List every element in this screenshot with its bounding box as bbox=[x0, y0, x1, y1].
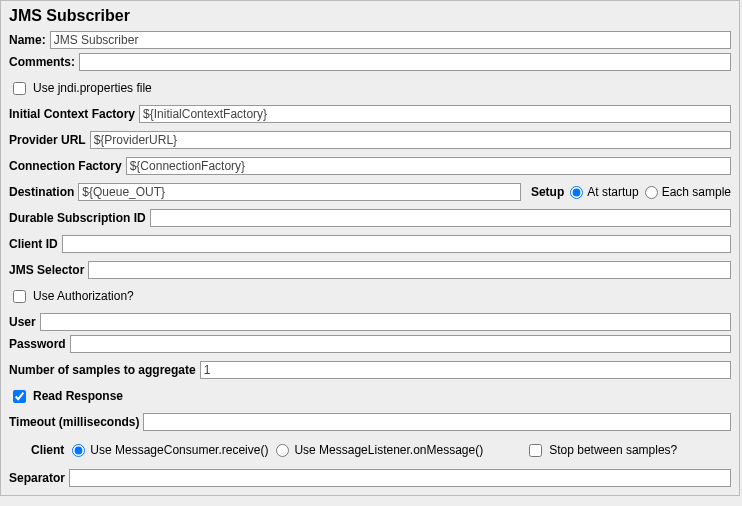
num-samples-input[interactable] bbox=[200, 361, 731, 379]
user-input[interactable] bbox=[40, 313, 731, 331]
connection-factory-row: Connection Factory bbox=[1, 155, 739, 177]
use-jndi-row: Use jndi.properties file bbox=[1, 77, 739, 99]
stop-between-label[interactable]: Stop between samples? bbox=[549, 443, 677, 457]
separator-row: Separator bbox=[1, 467, 739, 495]
client-receive-radio[interactable] bbox=[72, 444, 85, 457]
destination-label: Destination bbox=[9, 185, 74, 199]
client-receive-option[interactable]: Use MessageConsumer.receive() bbox=[70, 443, 268, 457]
setup-at-startup-option[interactable]: At startup bbox=[568, 185, 638, 199]
name-row: Name: bbox=[1, 29, 739, 51]
setup-each-sample-label: Each sample bbox=[662, 185, 731, 199]
initial-context-factory-input[interactable] bbox=[139, 105, 731, 123]
timeout-label: Timeout (milliseconds) bbox=[9, 415, 139, 429]
setup-at-startup-label: At startup bbox=[587, 185, 638, 199]
client-id-label: Client ID bbox=[9, 237, 58, 251]
use-authorization-label[interactable]: Use Authorization? bbox=[33, 289, 134, 303]
timeout-input[interactable] bbox=[143, 413, 731, 431]
initial-context-factory-label: Initial Context Factory bbox=[9, 107, 135, 121]
destination-input[interactable] bbox=[78, 183, 521, 201]
read-response-row: Read Response bbox=[1, 385, 739, 407]
client-receive-label: Use MessageConsumer.receive() bbox=[90, 443, 268, 457]
separator-label: Separator bbox=[9, 471, 65, 485]
connection-factory-input[interactable] bbox=[126, 157, 731, 175]
separator-input[interactable] bbox=[69, 469, 731, 487]
client-onmessage-radio[interactable] bbox=[276, 444, 289, 457]
num-samples-label: Number of samples to aggregate bbox=[9, 363, 196, 377]
password-label: Password bbox=[9, 337, 66, 351]
stop-between-checkbox[interactable] bbox=[529, 444, 542, 457]
client-id-row: Client ID bbox=[1, 233, 739, 255]
name-label: Name: bbox=[9, 33, 46, 47]
use-authorization-checkbox[interactable] bbox=[13, 290, 26, 303]
use-authorization-row: Use Authorization? bbox=[1, 285, 739, 307]
client-onmessage-label: Use MessageListener.onMessage() bbox=[294, 443, 483, 457]
stop-between-group: Stop between samples? bbox=[529, 443, 677, 457]
user-row: User bbox=[1, 311, 739, 333]
password-input[interactable] bbox=[70, 335, 731, 353]
read-response-label[interactable]: Read Response bbox=[33, 389, 123, 403]
comments-row: Comments: bbox=[1, 51, 739, 73]
jms-selector-row: JMS Selector bbox=[1, 259, 739, 281]
client-id-input[interactable] bbox=[62, 235, 731, 253]
provider-url-label: Provider URL bbox=[9, 133, 86, 147]
setup-each-sample-radio[interactable] bbox=[645, 186, 658, 199]
password-row: Password bbox=[1, 333, 739, 355]
connection-factory-label: Connection Factory bbox=[9, 159, 122, 173]
user-label: User bbox=[9, 315, 36, 329]
use-jndi-label[interactable]: Use jndi.properties file bbox=[33, 81, 152, 95]
num-samples-row: Number of samples to aggregate bbox=[1, 359, 739, 381]
timeout-row: Timeout (milliseconds) bbox=[1, 411, 739, 433]
panel-title: JMS Subscriber bbox=[1, 1, 739, 29]
durable-subscription-id-row: Durable Subscription ID bbox=[1, 207, 739, 229]
jms-subscriber-panel: JMS Subscriber Name: Comments: Use jndi.… bbox=[0, 0, 740, 496]
jms-selector-input[interactable] bbox=[88, 261, 731, 279]
provider-url-row: Provider URL bbox=[1, 129, 739, 151]
setup-at-startup-radio[interactable] bbox=[570, 186, 583, 199]
client-row: Client Use MessageConsumer.receive() Use… bbox=[1, 437, 739, 463]
durable-subscription-id-input[interactable] bbox=[150, 209, 731, 227]
setup-label: Setup bbox=[531, 185, 564, 199]
comments-label: Comments: bbox=[9, 55, 75, 69]
durable-subscription-id-label: Durable Subscription ID bbox=[9, 211, 146, 225]
use-jndi-checkbox[interactable] bbox=[13, 82, 26, 95]
client-onmessage-option[interactable]: Use MessageListener.onMessage() bbox=[274, 443, 483, 457]
name-input[interactable] bbox=[50, 31, 731, 49]
comments-input[interactable] bbox=[79, 53, 731, 71]
client-label: Client bbox=[31, 443, 64, 457]
setup-group: Setup At startup Each sample bbox=[525, 185, 731, 199]
destination-row: Destination Setup At startup Each sample bbox=[1, 181, 739, 203]
setup-each-sample-option[interactable]: Each sample bbox=[643, 185, 731, 199]
read-response-checkbox[interactable] bbox=[13, 390, 26, 403]
jms-selector-label: JMS Selector bbox=[9, 263, 84, 277]
initial-context-factory-row: Initial Context Factory bbox=[1, 103, 739, 125]
provider-url-input[interactable] bbox=[90, 131, 731, 149]
